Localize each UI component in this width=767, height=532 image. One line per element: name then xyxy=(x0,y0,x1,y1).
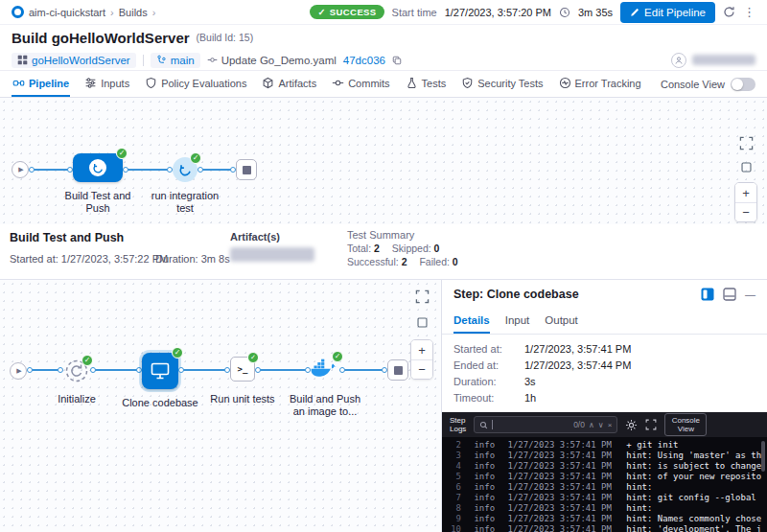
success-check-icon: ✓ xyxy=(190,152,201,164)
log-text: hint: Using 'master' as the name for th xyxy=(626,451,761,460)
log-timestamp: 1/27/2023 3:57:41 PM xyxy=(508,482,612,492)
search-close-icon[interactable]: × xyxy=(608,421,613,429)
fullscreen-icon[interactable] xyxy=(739,136,754,150)
tab-commits[interactable]: Commits xyxy=(331,71,390,97)
pencil-icon xyxy=(630,8,639,17)
step-detail-panel: Step: Clone codebase — Details Input Out… xyxy=(441,280,767,532)
zoom-out-button[interactable]: − xyxy=(735,202,756,221)
artifacts-icon xyxy=(262,77,274,89)
stage-node-label: Build Test and Push xyxy=(55,190,141,215)
zoom-in-button[interactable]: + xyxy=(411,340,432,359)
stage-duration: Duration: 3m 8s xyxy=(155,253,230,265)
connector-line xyxy=(31,369,59,371)
minimize-icon[interactable]: — xyxy=(745,289,755,300)
tab-label: Commits xyxy=(348,78,389,89)
commit-message[interactable]: Update Go_Demo.yaml xyxy=(207,55,337,66)
console-view-button[interactable]: Console View xyxy=(664,413,707,436)
tab-pipeline[interactable]: Pipeline xyxy=(12,71,70,97)
step-node-build-and-push[interactable]: ✓ xyxy=(311,359,339,381)
log-settings-gear-icon[interactable] xyxy=(625,419,638,431)
tab-label: Inputs xyxy=(101,78,129,89)
search-prev-icon[interactable]: ∧ xyxy=(589,421,594,429)
log-line-number: 9 xyxy=(448,514,461,524)
refresh-icon[interactable] xyxy=(723,6,735,18)
log-line-number: 4 xyxy=(448,461,461,472)
search-icon xyxy=(479,421,488,429)
title-row: Build goHelloWorldServer (Build Id: 15) xyxy=(0,25,767,50)
reset-view-icon[interactable] xyxy=(416,316,429,329)
success-check-icon: ✓ xyxy=(116,148,128,159)
redacted-artifact xyxy=(230,247,314,262)
console-view-toggle[interactable] xyxy=(731,78,755,91)
terminal-icon: >_ xyxy=(238,364,248,374)
log-line: 6 info 1/27/2023 3:57:41 PM hint: xyxy=(448,482,761,493)
lower-split: ▶ ✓ Initialize ✓ Clone codebase >_ ✓ Run… xyxy=(0,280,767,532)
edit-pipeline-button[interactable]: Edit Pipeline xyxy=(620,2,715,23)
log-line-number: 7 xyxy=(448,493,461,503)
log-fullscreen-icon[interactable] xyxy=(645,419,657,430)
tab-input[interactable]: Input xyxy=(505,309,530,334)
stage-node-build-test-and-push[interactable]: ✓ xyxy=(73,153,123,182)
pipeline-end-node xyxy=(236,159,257,180)
tab-inputs[interactable]: Inputs xyxy=(83,71,130,97)
repo-grid-icon xyxy=(17,55,28,65)
breadcrumb-project[interactable]: aim-ci-quickstart xyxy=(29,7,105,18)
log-level: info xyxy=(474,461,495,471)
clone-codebase-icon xyxy=(151,362,170,380)
fullscreen-icon[interactable] xyxy=(415,289,430,304)
view-split-right-icon[interactable] xyxy=(701,288,714,301)
log-scrollbar[interactable] xyxy=(761,441,765,472)
log-line-number: 6 xyxy=(448,482,461,493)
field-duration: Duration:3s xyxy=(453,376,755,392)
step-node-label: Initialize xyxy=(44,393,109,405)
log-line: 5 info 1/27/2023 3:57:41 PM hint: of you… xyxy=(448,472,761,482)
more-menu-icon[interactable]: ⋮ xyxy=(743,6,755,18)
connector-line xyxy=(33,169,69,171)
stage-graph-canvas[interactable]: ▶ ✓ Build Test and Push ✓ run integratio… xyxy=(0,98,767,224)
policy-evaluations-icon xyxy=(145,77,157,89)
tab-output[interactable]: Output xyxy=(545,309,578,334)
log-timestamp: 1/27/2023 3:57:41 PM xyxy=(508,472,612,481)
start-time-value: 1/27/2023, 3:57:20 PM xyxy=(445,7,551,18)
zoom-controls: + − xyxy=(734,182,757,222)
stage-details-title: Build Test and Push xyxy=(10,231,124,244)
tab-policy-evaluations[interactable]: Policy Evaluations xyxy=(144,71,247,97)
artifacts-label: Artifact(s) xyxy=(230,231,280,243)
field-timeout: Timeout:1h xyxy=(453,392,755,408)
console-header: StepLogs 0/0 ∧ ∨ × xyxy=(442,412,767,437)
step-node-clone-codebase[interactable]: ✓ xyxy=(142,353,178,389)
breadcrumb-builds[interactable]: Builds xyxy=(119,7,148,18)
repo-chip[interactable]: goHelloWorldServer xyxy=(12,53,136,68)
log-lines[interactable]: 2 info 1/27/2023 3:57:41 PM + git init 3… xyxy=(442,437,767,532)
step-node-run-unit-tests[interactable]: >_ ✓ xyxy=(230,357,255,382)
top-bar: aim-ci-quickstart › Builds › ✓ SUCCESS S… xyxy=(0,0,767,25)
log-line: 10 info 1/27/2023 3:57:41 PM hint: 'deve… xyxy=(448,524,761,532)
reset-view-icon[interactable] xyxy=(740,161,753,173)
branch-chip[interactable]: main xyxy=(151,53,200,68)
log-level: info xyxy=(474,524,495,532)
copy-icon[interactable] xyxy=(392,56,402,65)
zoom-in-button[interactable]: + xyxy=(735,183,756,202)
tab-label: Security Tests xyxy=(477,78,543,89)
tab-details[interactable]: Details xyxy=(453,309,490,334)
branch-icon xyxy=(156,55,167,65)
test-summary-title: Test Summary xyxy=(347,229,414,241)
tab-security-tests[interactable]: Security Tests xyxy=(460,71,544,97)
log-text: hint: xyxy=(626,503,652,513)
connector-line xyxy=(127,169,169,171)
tab-error-tracking[interactable]: Error Tracking xyxy=(558,71,642,97)
error-tracking-icon xyxy=(559,77,571,89)
log-text: hint: git config --global init.defaul xyxy=(626,493,761,502)
stage-node-run-integration-test[interactable]: ✓ xyxy=(173,157,198,182)
clock-icon xyxy=(559,7,570,18)
tab-artifacts[interactable]: Artifacts xyxy=(261,71,317,97)
step-graph-canvas[interactable]: ▶ ✓ Initialize ✓ Clone codebase >_ ✓ Run… xyxy=(0,280,441,532)
commit-sha-link[interactable]: 47dc036 xyxy=(343,55,385,66)
view-split-bottom-icon[interactable] xyxy=(723,288,736,301)
log-search-input[interactable]: 0/0 ∧ ∨ × xyxy=(474,416,617,433)
tab-tests[interactable]: Tests xyxy=(405,71,448,97)
step-node-label: Run unit tests xyxy=(204,393,281,405)
search-next-icon[interactable]: ∨ xyxy=(598,421,604,429)
step-node-initialize[interactable]: ✓ xyxy=(63,358,90,384)
zoom-out-button[interactable]: − xyxy=(411,359,432,379)
